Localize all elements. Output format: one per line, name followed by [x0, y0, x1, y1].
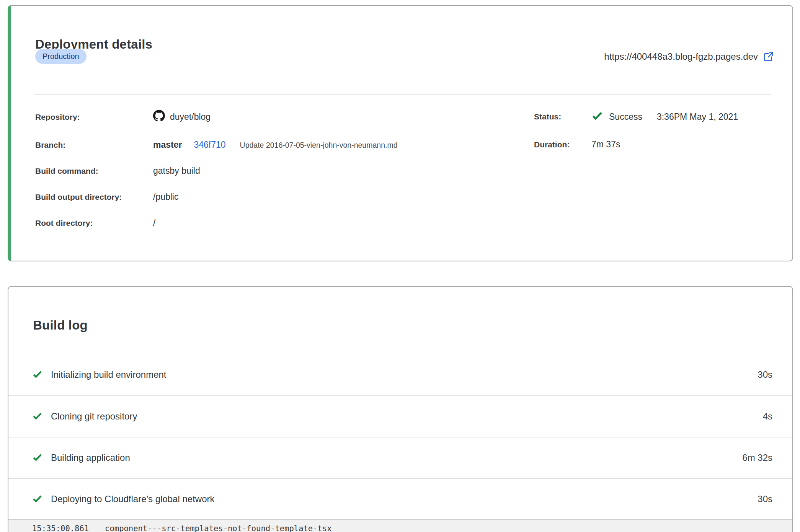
build-command-label: Build command: [35, 166, 153, 176]
repository-label: Repository: [35, 113, 153, 122]
log-line: 15:35:00.861 component---src-templates-n… [32, 523, 792, 532]
root-directory-label: Root directory: [35, 219, 153, 228]
build-step-deploying[interactable]: Deploying to Cloudflare's global network… [8, 478, 792, 519]
deployment-details-card: Deployment details Production https://40… [8, 5, 793, 261]
duration-value: 7m 37s [591, 139, 738, 150]
root-directory-value: / [153, 218, 398, 228]
build-step-duration: 30s [758, 369, 772, 380]
build-command-value: gatsby build [153, 166, 398, 176]
deployment-url-text: https://400448a3.blog-fgzb.pages.dev [604, 51, 758, 62]
build-step-label: Building application [51, 452, 130, 463]
repository-value: duyet/blog [153, 110, 398, 124]
build-step-building[interactable]: Building application 6m 32s [8, 437, 792, 478]
build-log-title: Build log [33, 318, 88, 333]
github-icon [153, 110, 165, 124]
build-log-steps: Initializing build environment 30s Cloni… [8, 354, 792, 532]
build-log-output[interactable]: 15:35:00.861 component---src-templates-n… [8, 519, 792, 532]
log-message: component---src-templates-not-found-temp… [105, 523, 331, 532]
repository-name: duyet/blog [170, 112, 211, 122]
check-icon [32, 411, 42, 423]
build-step-initializing[interactable]: Initializing build environment 30s [8, 354, 792, 395]
card-divider [34, 94, 771, 95]
build-step-cloning[interactable]: Cloning git repository 4s [8, 395, 792, 437]
status-timestamp: 3:36PM May 1, 2021 [657, 112, 738, 122]
environment-badge: Production [35, 49, 87, 64]
check-icon [32, 452, 42, 464]
build-log-card: Build log Initializing build environment… [8, 286, 793, 532]
build-step-label: Cloning git repository [51, 411, 137, 422]
status-label: Status: [534, 112, 591, 121]
check-icon [32, 369, 42, 381]
build-step-label: Initializing build environment [51, 369, 167, 380]
duration-label: Duration: [534, 140, 591, 149]
build-step-label: Deploying to Cloudflare's global network [51, 494, 215, 504]
log-timestamp: 15:35:00.861 [32, 523, 89, 532]
build-step-duration: 6m 32s [742, 452, 772, 463]
check-icon [591, 110, 603, 124]
status-text: Success [609, 112, 642, 122]
deployment-status-fields: Status: Success 3:36PM May 1, 2021 Durat… [534, 110, 738, 150]
build-output-directory-value: /public [153, 192, 398, 202]
build-output-directory-label: Build output directory: [35, 193, 153, 202]
deployment-fields: Repository: duyet/blog Branch: master 34… [35, 110, 398, 228]
check-icon [32, 493, 42, 505]
commit-hash-link[interactable]: 346f710 [194, 140, 225, 150]
branch-name: master [153, 140, 182, 150]
branch-value: master 346f710 Update 2016-07-05-vien-jo… [153, 140, 398, 150]
branch-label: Branch: [35, 140, 153, 150]
deployment-url-link[interactable]: https://400448a3.blog-fgzb.pages.dev [604, 51, 774, 62]
build-step-duration: 4s [763, 411, 772, 422]
external-link-icon [763, 51, 774, 62]
build-step-duration: 30s [758, 494, 772, 504]
commit-message: Update 2016-07-05-vien-john-von-neumann.… [240, 141, 398, 150]
status-value: Success 3:36PM May 1, 2021 [591, 110, 738, 124]
